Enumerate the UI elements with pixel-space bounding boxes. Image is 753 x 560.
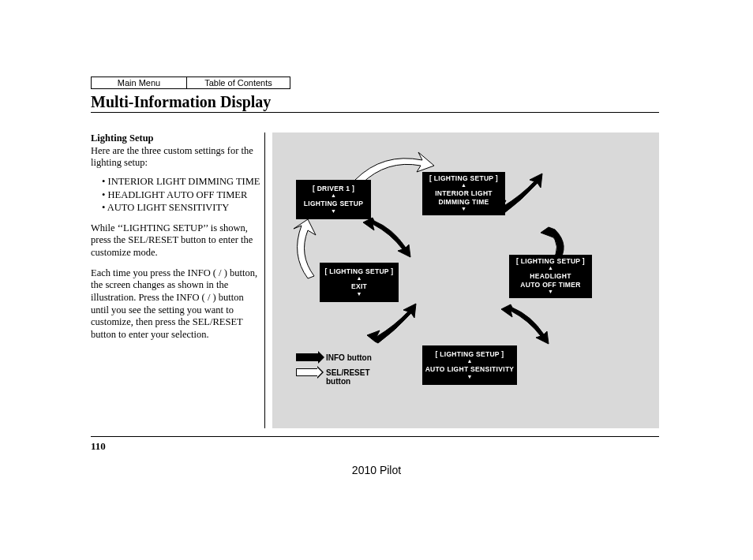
section-heading: Lighting Setup — [91, 133, 260, 145]
triangle-up-icon — [321, 275, 397, 282]
triangle-up-icon — [511, 265, 590, 272]
screen-line: INTERIOR LIGHT — [424, 189, 504, 198]
triangle-down-icon — [424, 206, 504, 213]
page-title: Multi-Information Display — [91, 93, 271, 111]
screen-auto-light: [ LIGHTING SETUP ] AUTO LIGHT SENSITIVIT… — [422, 345, 517, 385]
solid-arrow-icon — [296, 353, 318, 361]
screen-line: DIMMING TIME — [424, 198, 504, 207]
nav-buttons: Main Menu Table of Contents — [91, 77, 290, 89]
page: Main Menu Table of Contents Multi-Inform… — [0, 0, 753, 560]
screen-line: HEADLIGHT — [511, 272, 590, 281]
diagram-panel: [ DRIVER 1 ] LIGHTING SETUP [ LIGHTING S… — [272, 133, 659, 428]
double-arrow-icon — [501, 298, 556, 345]
diagram-divider — [264, 133, 265, 428]
settings-list: INTERIOR LIGHT DIMMING TIME HEADLIGHT AU… — [94, 176, 260, 215]
screen-interior-light: [ LIGHTING SETUP ] INTERIOR LIGHT DIMMIN… — [422, 172, 505, 215]
screen-driver1: [ DRIVER 1 ] LIGHTING SETUP — [296, 180, 371, 219]
screen-line: EXIT — [321, 282, 397, 291]
list-item: INTERIOR LIGHT DIMMING TIME — [102, 176, 260, 189]
triangle-down-icon — [321, 291, 397, 298]
triangle-down-icon — [511, 289, 590, 296]
screen-exit: [ LIGHTING SETUP ] EXIT — [320, 263, 399, 302]
triangle-down-icon — [424, 374, 515, 381]
table-of-contents-button[interactable]: Table of Contents — [186, 77, 290, 89]
legend: INFO button SEL/RESET button — [296, 353, 381, 392]
list-item: AUTO LIGHT SENSITIVITY — [102, 202, 260, 215]
screen-header: [ LIGHTING SETUP ] — [424, 174, 504, 183]
footer-model: 2010 Pilot — [0, 464, 753, 476]
screen-header: [ DRIVER 1 ] — [298, 185, 369, 193]
triangle-up-icon — [298, 192, 369, 200]
text-column: Lighting Setup Here are the three custom… — [91, 133, 260, 349]
legend-label: SEL/RESET button — [326, 368, 381, 386]
double-arrow-icon — [363, 211, 418, 259]
legend-label: INFO button — [326, 353, 372, 362]
screen-line: LIGHTING SETUP — [298, 200, 369, 208]
screen-line: AUTO OFF TIMER — [511, 281, 590, 289]
screen-headlight: [ LIGHTING SETUP ] HEADLIGHT AUTO OFF TI… — [509, 255, 592, 298]
screen-header: [ LIGHTING SETUP ] — [511, 257, 590, 266]
triangle-down-icon — [298, 208, 369, 215]
paragraph: While ‘‘LIGHTING SETUP’’ is shown, press… — [91, 222, 260, 259]
footer-rule — [91, 436, 659, 437]
triangle-up-icon — [424, 182, 504, 189]
list-item: HEADLIGHT AUTO OFF TIMER — [102, 189, 260, 202]
legend-row-sel: SEL/RESET button — [296, 368, 381, 386]
hollow-arrow-icon — [296, 368, 318, 376]
section-intro: Here are the three custom settings for t… — [91, 145, 260, 170]
legend-row-info: INFO button — [296, 353, 381, 362]
hollow-arrow-icon — [284, 219, 324, 282]
screen-header: [ LIGHTING SETUP ] — [321, 267, 397, 276]
screen-line: AUTO LIGHT SENSITIVITY — [424, 365, 515, 374]
title-rule — [91, 112, 659, 113]
main-menu-button[interactable]: Main Menu — [91, 77, 187, 89]
triangle-up-icon — [424, 358, 515, 365]
paragraph: Each time you press the INFO ( / ) butto… — [91, 267, 260, 342]
page-number: 110 — [91, 440, 106, 453]
double-arrow-icon — [367, 302, 422, 349]
screen-header: [ LIGHTING SETUP ] — [424, 350, 515, 359]
